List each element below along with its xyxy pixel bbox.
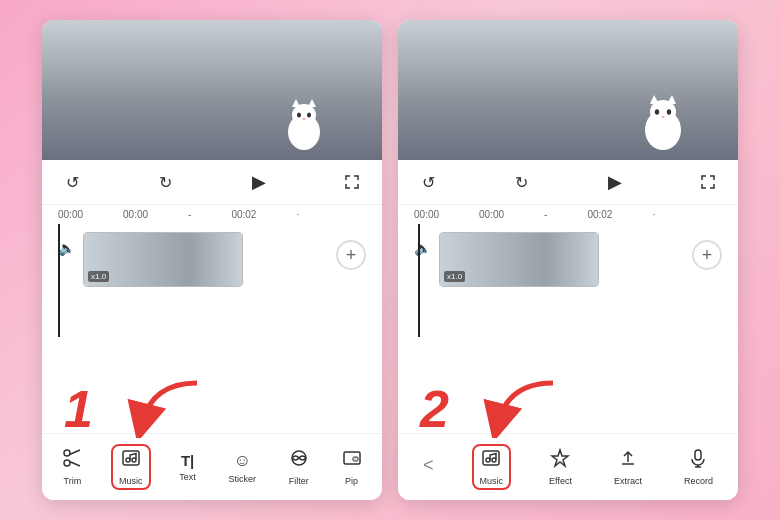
trim-label: Trim bbox=[64, 476, 82, 486]
record-icon bbox=[688, 448, 708, 473]
volume-icon-left[interactable]: 🔈 bbox=[58, 240, 75, 256]
svg-point-24 bbox=[662, 116, 665, 118]
svg-point-6 bbox=[303, 118, 306, 120]
back-icon: < bbox=[423, 455, 434, 476]
music-label-left: Music bbox=[119, 476, 143, 486]
panel-left: fimorace ↺ ↻ ▶ bbox=[42, 20, 382, 500]
text-icon: T| bbox=[181, 452, 194, 469]
panel-right: fimorace ↺ ↻ ▶ bbox=[398, 20, 738, 500]
timeline-header-right: 00:00 00:00 - 00:02 · bbox=[398, 205, 738, 224]
tool-filter[interactable]: Filter bbox=[285, 446, 313, 488]
svg-point-22 bbox=[655, 109, 659, 115]
svg-point-23 bbox=[667, 109, 671, 115]
redo-btn-left[interactable]: ↻ bbox=[151, 168, 179, 196]
video-clip-right: x1.0 bbox=[439, 232, 599, 287]
volume-icon-right[interactable]: 🔈 bbox=[414, 240, 431, 256]
playhead-left bbox=[58, 224, 60, 337]
tool-effect[interactable]: Effect bbox=[545, 446, 576, 488]
add-clip-btn-left[interactable]: + bbox=[336, 240, 366, 270]
svg-point-1 bbox=[292, 104, 316, 126]
extract-icon bbox=[618, 448, 638, 473]
tool-text[interactable]: T| Text bbox=[175, 450, 200, 484]
tool-music-right[interactable]: Music bbox=[472, 444, 512, 490]
bottom-toolbar-left: Trim Music T| Text ☺ Stick bbox=[42, 433, 382, 500]
clip-speed-right: x1.0 bbox=[444, 271, 465, 282]
svg-line-11 bbox=[70, 462, 81, 467]
arrow-right bbox=[478, 373, 568, 442]
cat-svg-left bbox=[282, 97, 327, 152]
svg-rect-17 bbox=[353, 457, 358, 461]
sticker-label: Sticker bbox=[229, 474, 257, 484]
toolbar-left: ↺ ↻ ▶ bbox=[42, 160, 382, 205]
tool-pip[interactable]: Pip bbox=[338, 446, 366, 488]
music-icon-right bbox=[481, 448, 501, 473]
step-number-right: 2 bbox=[420, 383, 449, 435]
music-label-right: Music bbox=[480, 476, 504, 486]
svg-marker-29 bbox=[552, 450, 568, 466]
timeline-area-left: 🔈 x1.0 + bbox=[42, 224, 382, 337]
music-icon-left bbox=[121, 448, 141, 473]
play-btn-right[interactable]: ▶ bbox=[601, 168, 629, 196]
svg-point-8 bbox=[64, 450, 70, 456]
pip-label: Pip bbox=[345, 476, 358, 486]
trim-icon bbox=[62, 448, 82, 473]
timeline-track-right: x1.0 + bbox=[439, 232, 738, 292]
time-start-left: 00:00 bbox=[58, 209, 83, 220]
time-end-right: 00:02 bbox=[587, 209, 612, 220]
cat-svg-right bbox=[638, 92, 688, 152]
text-label: Text bbox=[179, 472, 196, 482]
timeline-track-left: x1.0 + bbox=[83, 232, 382, 292]
bottom-toolbar-right: < Music bbox=[398, 433, 738, 500]
main-container: fimorace ↺ ↻ ▶ bbox=[42, 20, 738, 500]
tool-extract[interactable]: Extract bbox=[610, 446, 646, 488]
effect-label: Effect bbox=[549, 476, 572, 486]
tool-sticker[interactable]: ☺ Sticker bbox=[225, 449, 261, 486]
time-end-left: 00:02 bbox=[231, 209, 256, 220]
empty-area-left bbox=[42, 337, 382, 434]
svg-point-4 bbox=[297, 113, 301, 118]
step-number-left: 1 bbox=[64, 383, 93, 435]
undo-btn-right[interactable]: ↺ bbox=[414, 168, 442, 196]
timeline-area-right: 🔈 x1.0 + bbox=[398, 224, 738, 337]
timeline-header-left: 00:00 00:00 - 00:02 · bbox=[42, 205, 382, 224]
pip-icon bbox=[342, 448, 362, 473]
fullscreen-btn-left[interactable] bbox=[338, 168, 366, 196]
svg-point-9 bbox=[64, 460, 70, 466]
tool-back[interactable]: < bbox=[419, 453, 438, 481]
record-label: Record bbox=[684, 476, 713, 486]
tool-music-left[interactable]: Music bbox=[111, 444, 151, 490]
time-start-right: 00:00 bbox=[414, 209, 439, 220]
video-clip-left: x1.0 bbox=[83, 232, 243, 287]
extract-label: Extract bbox=[614, 476, 642, 486]
svg-marker-20 bbox=[650, 95, 659, 104]
filter-label: Filter bbox=[289, 476, 309, 486]
tool-trim[interactable]: Trim bbox=[58, 446, 86, 488]
video-preview-left: fimorace bbox=[42, 20, 382, 160]
toolbar-right: ↺ ↻ ▶ bbox=[398, 160, 738, 205]
time-mid-left: 00:00 bbox=[123, 209, 148, 220]
svg-marker-3 bbox=[308, 99, 316, 107]
tool-record[interactable]: Record bbox=[680, 446, 717, 488]
clip-speed-left: x1.0 bbox=[88, 271, 109, 282]
playhead-right bbox=[418, 224, 420, 337]
svg-marker-21 bbox=[667, 95, 676, 104]
redo-btn-right[interactable]: ↻ bbox=[507, 168, 535, 196]
effect-icon bbox=[550, 448, 570, 473]
filter-icon bbox=[289, 448, 309, 473]
svg-rect-32 bbox=[695, 450, 701, 460]
svg-line-10 bbox=[70, 450, 81, 455]
play-btn-left[interactable]: ▶ bbox=[245, 168, 273, 196]
time-mid-right: 00:00 bbox=[479, 209, 504, 220]
svg-marker-2 bbox=[292, 99, 300, 107]
arrow-left bbox=[122, 373, 212, 442]
svg-point-5 bbox=[307, 113, 311, 118]
empty-area-right bbox=[398, 337, 738, 434]
undo-btn-left[interactable]: ↺ bbox=[58, 168, 86, 196]
fullscreen-btn-right[interactable] bbox=[694, 168, 722, 196]
video-preview-right: fimorace bbox=[398, 20, 738, 160]
sticker-icon: ☺ bbox=[234, 451, 251, 471]
add-clip-btn-right[interactable]: + bbox=[692, 240, 722, 270]
